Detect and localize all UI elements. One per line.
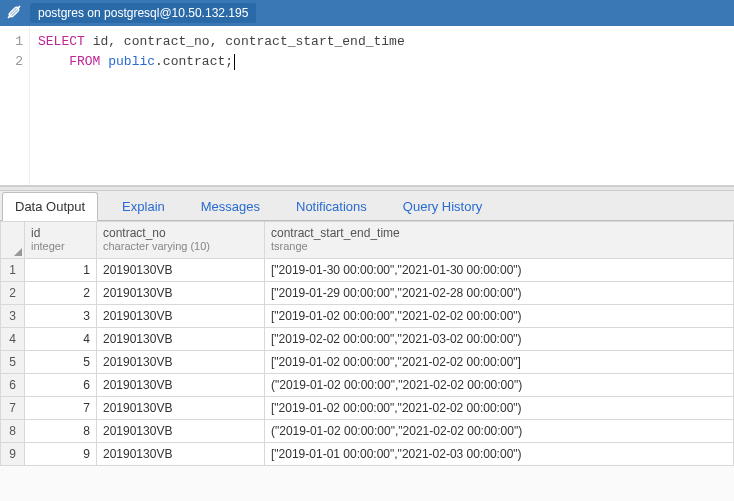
- select-all-corner[interactable]: [1, 222, 25, 259]
- cell-id[interactable]: 4: [25, 327, 97, 350]
- tab-data-output[interactable]: Data Output: [2, 192, 98, 221]
- table-row[interactable]: 8820190130VB("2019-01-02 00:00:00","2021…: [1, 419, 734, 442]
- cell-id[interactable]: 7: [25, 396, 97, 419]
- cell-range[interactable]: ["2019-01-02 00:00:00","2021-02-02 00:00…: [265, 396, 734, 419]
- table-row[interactable]: 4420190130VB["2019-02-02 00:00:00","2021…: [1, 327, 734, 350]
- titlebar: postgres on postgresql@10.50.132.195: [0, 0, 734, 26]
- cell-contract-no[interactable]: 20190130VB: [97, 373, 265, 396]
- row-header[interactable]: 6: [1, 373, 25, 396]
- table-row[interactable]: 1120190130VB["2019-01-30 00:00:00","2021…: [1, 258, 734, 281]
- cell-range[interactable]: ["2019-02-02 00:00:00","2021-03-02 00:00…: [265, 327, 734, 350]
- cell-id[interactable]: 3: [25, 304, 97, 327]
- row-header[interactable]: 3: [1, 304, 25, 327]
- cell-contract-no[interactable]: 20190130VB: [97, 350, 265, 373]
- cell-contract-no[interactable]: 20190130VB: [97, 304, 265, 327]
- cell-contract-no[interactable]: 20190130VB: [97, 419, 265, 442]
- cell-contract-no[interactable]: 20190130VB: [97, 442, 265, 465]
- row-header[interactable]: 4: [1, 327, 25, 350]
- col-contract_start_end_time[interactable]: contract_start_end_timetsrange: [265, 222, 734, 259]
- cell-contract-no[interactable]: 20190130VB: [97, 258, 265, 281]
- cell-contract-no[interactable]: 20190130VB: [97, 327, 265, 350]
- tab-messages[interactable]: Messages: [189, 193, 272, 220]
- row-header[interactable]: 1: [1, 258, 25, 281]
- cell-id[interactable]: 6: [25, 373, 97, 396]
- cell-id[interactable]: 5: [25, 350, 97, 373]
- tab-query-history[interactable]: Query History: [391, 193, 494, 220]
- cell-id[interactable]: 1: [25, 258, 97, 281]
- col-id[interactable]: idinteger: [25, 222, 97, 259]
- row-header[interactable]: 5: [1, 350, 25, 373]
- results-grid: idintegercontract_nocharacter varying (1…: [0, 221, 734, 466]
- table-row[interactable]: 9920190130VB["2019-01-01 00:00:00","2021…: [1, 442, 734, 465]
- disconnect-icon[interactable]: [6, 4, 22, 23]
- table-row[interactable]: 3320190130VB["2019-01-02 00:00:00","2021…: [1, 304, 734, 327]
- row-header[interactable]: 7: [1, 396, 25, 419]
- cell-range[interactable]: ["2019-01-02 00:00:00","2021-02-02 00:00…: [265, 350, 734, 373]
- svg-line-0: [8, 6, 20, 18]
- col-contract_no[interactable]: contract_nocharacter varying (10): [97, 222, 265, 259]
- table-row[interactable]: 6620190130VB("2019-01-02 00:00:00","2021…: [1, 373, 734, 396]
- table-row[interactable]: 5520190130VB["2019-01-02 00:00:00","2021…: [1, 350, 734, 373]
- cell-id[interactable]: 2: [25, 281, 97, 304]
- table-row[interactable]: 2220190130VB["2019-01-29 00:00:00","2021…: [1, 281, 734, 304]
- cell-id[interactable]: 8: [25, 419, 97, 442]
- row-header[interactable]: 8: [1, 419, 25, 442]
- cell-range[interactable]: ["2019-01-30 00:00:00","2021-01-30 00:00…: [265, 258, 734, 281]
- results-tabs: Data OutputExplainMessagesNotificationsQ…: [0, 191, 734, 221]
- sql-editor[interactable]: 12 SELECT id, contract_no, contract_star…: [0, 26, 734, 186]
- row-header[interactable]: 9: [1, 442, 25, 465]
- cell-range[interactable]: ("2019-01-02 00:00:00","2021-02-02 00:00…: [265, 419, 734, 442]
- editor-gutter: 12: [0, 26, 30, 185]
- cell-range[interactable]: ["2019-01-01 00:00:00","2021-02-03 00:00…: [265, 442, 734, 465]
- tab-explain[interactable]: Explain: [110, 193, 177, 220]
- connection-label: postgres on postgresql@10.50.132.195: [30, 3, 256, 23]
- cell-contract-no[interactable]: 20190130VB: [97, 396, 265, 419]
- row-header[interactable]: 2: [1, 281, 25, 304]
- table-row[interactable]: 7720190130VB["2019-01-02 00:00:00","2021…: [1, 396, 734, 419]
- cell-range[interactable]: ["2019-01-29 00:00:00","2021-02-28 00:00…: [265, 281, 734, 304]
- cell-id[interactable]: 9: [25, 442, 97, 465]
- tab-notifications[interactable]: Notifications: [284, 193, 379, 220]
- editor-code[interactable]: SELECT id, contract_no, contract_start_e…: [30, 26, 413, 185]
- cell-contract-no[interactable]: 20190130VB: [97, 281, 265, 304]
- cell-range[interactable]: ("2019-01-02 00:00:00","2021-02-02 00:00…: [265, 373, 734, 396]
- cell-range[interactable]: ["2019-01-02 00:00:00","2021-02-02 00:00…: [265, 304, 734, 327]
